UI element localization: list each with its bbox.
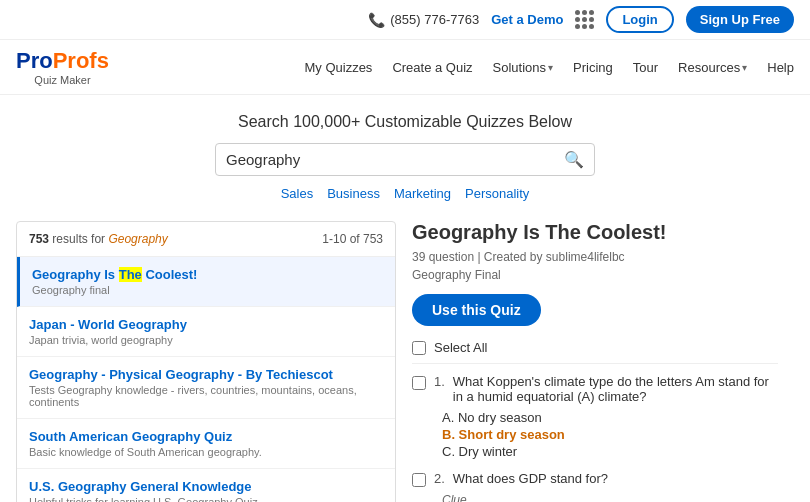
- search-headline: Search 100,000+ Customizable Quizzes Bel…: [16, 113, 794, 131]
- quiz-item-title: South American Geography Quiz: [29, 429, 383, 444]
- grid-icon[interactable]: [575, 10, 594, 29]
- results-info: 753 results for Geography: [29, 232, 168, 246]
- phone-icon: 📞: [368, 12, 385, 28]
- logo-profs: Profs: [53, 48, 109, 73]
- nav-create-quiz[interactable]: Create a Quiz: [392, 60, 472, 75]
- answer-item: B. Short dry season: [442, 427, 778, 442]
- nav-tour[interactable]: Tour: [633, 60, 658, 75]
- logo-pro: Pro: [16, 48, 53, 73]
- answer-item: C. Dry winter: [442, 444, 778, 459]
- detail-meta: 39 question | Created by sublime4lifelbc: [412, 250, 778, 264]
- filter-marketing[interactable]: Marketing: [394, 186, 451, 201]
- select-all-label: Select All: [434, 340, 487, 355]
- quiz-list-item[interactable]: Geography Is The Coolest!Geography final: [17, 257, 395, 307]
- resources-dropdown-icon: ▾: [742, 62, 747, 73]
- quiz-item-title: Geography Is The Coolest!: [32, 267, 383, 282]
- question-text: What Koppen's climate type do the letter…: [453, 374, 778, 404]
- quiz-list-item[interactable]: Japan - World GeographyJapan trivia, wor…: [17, 307, 395, 357]
- right-panel: Geography Is The Coolest! 39 question | …: [396, 221, 794, 502]
- question-row: 2.What does GDP stand for?: [412, 471, 778, 487]
- quiz-item-subtitle: Basic knowledge of South American geogra…: [29, 446, 383, 458]
- nav-my-quizzes[interactable]: My Quizzes: [304, 60, 372, 75]
- quiz-list-item[interactable]: U.S. Geography General KnowledgeHelpful …: [17, 469, 395, 502]
- detail-title: Geography Is The Coolest!: [412, 221, 778, 244]
- top-bar: 📞 (855) 776-7763 Get a Demo Login Sign U…: [0, 0, 810, 40]
- use-quiz-button[interactable]: Use this Quiz: [412, 294, 541, 326]
- filter-tags: Sales Business Marketing Personality: [16, 186, 794, 201]
- quiz-list-item[interactable]: South American Geography QuizBasic knowl…: [17, 419, 395, 469]
- answer-item: A. No dry season: [442, 410, 778, 425]
- clue-block: ClueGDP is the total value of all goods …: [442, 493, 778, 502]
- page-info: 1-10 of 753: [322, 232, 383, 246]
- quiz-item-subtitle: Helpful tricks for learning U.S. Geograp…: [29, 496, 383, 502]
- main-content: 753 results for Geography 1-10 of 753 Ge…: [16, 221, 794, 502]
- quiz-item-title: Japan - World Geography: [29, 317, 383, 332]
- search-icon[interactable]: 🔍: [564, 150, 584, 169]
- logo[interactable]: ProProfs Quiz Maker: [16, 48, 109, 86]
- filter-personality[interactable]: Personality: [465, 186, 529, 201]
- filter-business[interactable]: Business: [327, 186, 380, 201]
- nav-bar: ProProfs Quiz Maker My Quizzes Create a …: [0, 40, 810, 95]
- filter-sales[interactable]: Sales: [281, 186, 314, 201]
- answer-list: A. No dry seasonB. Short dry seasonC. Dr…: [442, 410, 778, 459]
- question-checkbox[interactable]: [412, 473, 426, 487]
- search-section: Search 100,000+ Customizable Quizzes Bel…: [0, 95, 810, 211]
- clue-label: Clue: [442, 493, 778, 502]
- question-block: 1.What Koppen's climate type do the lett…: [412, 374, 778, 459]
- select-all-row: Select All: [412, 340, 778, 364]
- quiz-list-item[interactable]: Geography - Physical Geography - By Tech…: [17, 357, 395, 419]
- question-number: 2.: [434, 471, 445, 486]
- login-button[interactable]: Login: [606, 6, 673, 33]
- question-number: 1.: [434, 374, 445, 389]
- results-query: Geography: [108, 232, 167, 246]
- left-header: 753 results for Geography 1-10 of 753: [17, 222, 395, 257]
- quiz-item-subtitle: Tests Geography knowledge - rivers, coun…: [29, 384, 383, 408]
- detail-category: Geography Final: [412, 268, 778, 282]
- results-count: 753: [29, 232, 49, 246]
- phone-text: (855) 776-7763: [390, 12, 479, 27]
- question-block: 2.What does GDP stand for?ClueGDP is the…: [412, 471, 778, 502]
- nav-help[interactable]: Help: [767, 60, 794, 75]
- question-list: 1.What Koppen's climate type do the lett…: [412, 374, 778, 502]
- left-panel: 753 results for Geography 1-10 of 753 Ge…: [16, 221, 396, 502]
- question-text: What does GDP stand for?: [453, 471, 608, 486]
- select-all-checkbox[interactable]: [412, 341, 426, 355]
- signup-button[interactable]: Sign Up Free: [686, 6, 794, 33]
- quiz-list: Geography Is The Coolest!Geography final…: [17, 257, 395, 502]
- quiz-item-subtitle: Geography final: [32, 284, 383, 296]
- question-row: 1.What Koppen's climate type do the lett…: [412, 374, 778, 404]
- question-checkbox[interactable]: [412, 376, 426, 390]
- nav-links: My Quizzes Create a Quiz Solutions ▾ Pri…: [304, 60, 794, 75]
- solutions-dropdown-icon: ▾: [548, 62, 553, 73]
- quiz-item-subtitle: Japan trivia, world geography: [29, 334, 383, 346]
- nav-pricing[interactable]: Pricing: [573, 60, 613, 75]
- nav-resources[interactable]: Resources ▾: [678, 60, 747, 75]
- search-input[interactable]: [226, 151, 564, 168]
- logo-sub: Quiz Maker: [16, 74, 109, 86]
- nav-solutions[interactable]: Solutions ▾: [493, 60, 553, 75]
- quiz-item-title: U.S. Geography General Knowledge: [29, 479, 383, 494]
- search-box: 🔍: [215, 143, 595, 176]
- get-demo-link[interactable]: Get a Demo: [491, 12, 563, 27]
- phone-number: 📞 (855) 776-7763: [368, 12, 479, 28]
- quiz-item-title: Geography - Physical Geography - By Tech…: [29, 367, 383, 382]
